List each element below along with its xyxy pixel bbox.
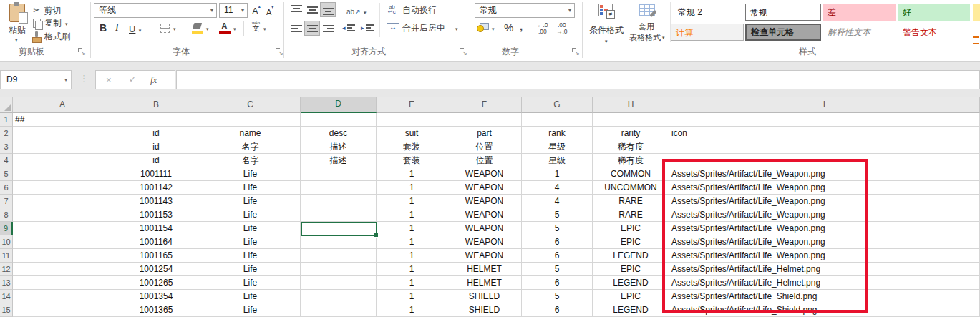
cell-C12[interactable]: Life: [200, 263, 301, 276]
alignment-dialog-launcher[interactable]: ↘: [459, 47, 467, 55]
cell-E1[interactable]: [377, 113, 447, 127]
cell-G7[interactable]: 4: [522, 195, 593, 208]
cell-A10[interactable]: [13, 235, 112, 249]
cell-E5[interactable]: 1: [377, 167, 447, 181]
cell-A11[interactable]: [13, 249, 112, 263]
cell-E7[interactable]: 1: [377, 195, 447, 208]
cell-B13[interactable]: 1001265: [112, 276, 200, 290]
cell-F9[interactable]: WEAPON: [447, 222, 522, 235]
cell-H14[interactable]: EPIC: [593, 290, 669, 303]
cell-G10[interactable]: 6: [522, 235, 593, 249]
format-as-table-button[interactable]: 套用 表格格式 ▾: [627, 1, 667, 53]
cell-G11[interactable]: 6: [522, 249, 593, 263]
cell-G12[interactable]: 5: [522, 263, 593, 276]
cell-I2[interactable]: icon: [669, 127, 980, 140]
style-chip-normal2[interactable]: 常规 2: [674, 4, 744, 21]
row-header-2[interactable]: 2: [0, 127, 13, 140]
underline-button[interactable]: U ▾: [129, 22, 141, 35]
cell-C13[interactable]: Life: [200, 276, 301, 290]
increase-decimal-button[interactable]: ←.0.00: [537, 22, 548, 35]
number-format-combo[interactable]: 常规 ▾: [475, 3, 575, 18]
cell-A15[interactable]: [13, 303, 112, 317]
cell-E15[interactable]: 1: [377, 303, 447, 317]
row-header-5[interactable]: 5: [0, 167, 13, 181]
cell-B7[interactable]: 1001143: [112, 195, 200, 208]
cell-C5[interactable]: Life: [200, 167, 301, 181]
align-bottom-button[interactable]: [321, 3, 335, 16]
row-header-15[interactable]: 15: [0, 303, 13, 317]
cell-B11[interactable]: 1001165: [112, 249, 200, 263]
cell-G2[interactable]: rank: [522, 127, 593, 140]
cell-H7[interactable]: RARE: [593, 195, 669, 208]
cell-C3[interactable]: 名字: [200, 140, 301, 154]
cell-G6[interactable]: 4: [522, 181, 593, 195]
cell-A2[interactable]: [13, 127, 112, 140]
cell-G4[interactable]: 星级: [522, 154, 593, 167]
cell-D4[interactable]: 描述: [301, 154, 377, 167]
font-dialog-launcher[interactable]: ↘: [275, 47, 283, 55]
cell-H8[interactable]: RARE: [593, 208, 669, 222]
cell-G14[interactable]: 5: [522, 290, 593, 303]
style-chip-warning[interactable]: 警告文本: [898, 24, 970, 41]
row-header-6[interactable]: 6: [0, 181, 13, 195]
cell-B4[interactable]: id: [112, 154, 200, 167]
cell-C1[interactable]: [200, 113, 301, 127]
cell-C15[interactable]: Life: [200, 303, 301, 317]
increase-font-button[interactable]: A▴: [252, 4, 261, 17]
cell-E13[interactable]: 1: [377, 276, 447, 290]
style-chip-bad[interactable]: 差: [823, 4, 896, 21]
cell-E6[interactable]: 1: [377, 181, 447, 195]
cell-G15[interactable]: 6: [522, 303, 593, 317]
conditional-formatting-button[interactable]: ≠ 条件格式 ▾: [587, 1, 626, 53]
cell-D3[interactable]: 描述: [301, 140, 377, 154]
cell-A9[interactable]: [13, 222, 112, 235]
cell-D15[interactable]: [301, 303, 377, 317]
cell-C14[interactable]: Life: [200, 290, 301, 303]
cell-F5[interactable]: WEAPON: [447, 167, 522, 181]
cell-C7[interactable]: Life: [200, 195, 301, 208]
decrease-indent-button[interactable]: ◂: [342, 24, 355, 31]
cell-H13[interactable]: LEGEND: [593, 276, 669, 290]
cell-E8[interactable]: 1: [377, 208, 447, 222]
orientation-button[interactable]: ab↗ ▾: [346, 4, 366, 17]
align-middle-button[interactable]: [305, 3, 319, 16]
cell-A7[interactable]: [13, 195, 112, 208]
enter-button[interactable]: ✓: [129, 71, 136, 89]
row-header-12[interactable]: 12: [0, 263, 13, 276]
cell-A8[interactable]: [13, 208, 112, 222]
cell-H3[interactable]: 稀有度: [593, 140, 669, 154]
cell-G13[interactable]: 6: [522, 276, 593, 290]
cell-F2[interactable]: part: [447, 127, 522, 140]
row-header-1[interactable]: 1: [0, 113, 13, 127]
cell-F12[interactable]: HELMET: [447, 263, 522, 276]
cell-F13[interactable]: HELMET: [447, 276, 522, 290]
cell-D2[interactable]: desc: [301, 127, 377, 140]
cell-B2[interactable]: id: [112, 127, 200, 140]
column-header-I[interactable]: I: [669, 97, 980, 113]
cell-F7[interactable]: WEAPON: [447, 195, 522, 208]
cell-F14[interactable]: SHIELD: [447, 290, 522, 303]
cell-B15[interactable]: 1001365: [112, 303, 200, 317]
font-name-combo[interactable]: 等线 ▾: [94, 3, 217, 18]
cell-E11[interactable]: 1: [377, 249, 447, 263]
cell-D12[interactable]: [301, 263, 377, 276]
row-header-7[interactable]: 7: [0, 195, 13, 208]
column-header-G[interactable]: G: [522, 97, 593, 113]
cell-E4[interactable]: 套装: [377, 154, 447, 167]
cell-H12[interactable]: EPIC: [593, 263, 669, 276]
cell-C11[interactable]: Life: [200, 249, 301, 263]
number-dialog-launcher[interactable]: ↘: [571, 47, 579, 55]
decrease-decimal-button[interactable]: .00→.0: [556, 22, 568, 35]
cell-G8[interactable]: 5: [522, 208, 593, 222]
style-chip-good[interactable]: 好: [898, 4, 970, 21]
cell-A3[interactable]: [13, 140, 112, 154]
font-size-combo[interactable]: 11 ▾: [219, 3, 248, 18]
cell-B9[interactable]: 1001154: [112, 222, 200, 235]
column-header-H[interactable]: H: [593, 97, 669, 113]
phonetic-guide-button[interactable]: wén文 ▾: [252, 21, 260, 32]
cell-H2[interactable]: rarity: [593, 127, 669, 140]
cell-F15[interactable]: SHIELD: [447, 303, 522, 317]
style-chip-check-cell[interactable]: 检查单元格: [745, 24, 821, 41]
cell-A5[interactable]: [13, 167, 112, 181]
cell-G5[interactable]: 1: [522, 167, 593, 181]
